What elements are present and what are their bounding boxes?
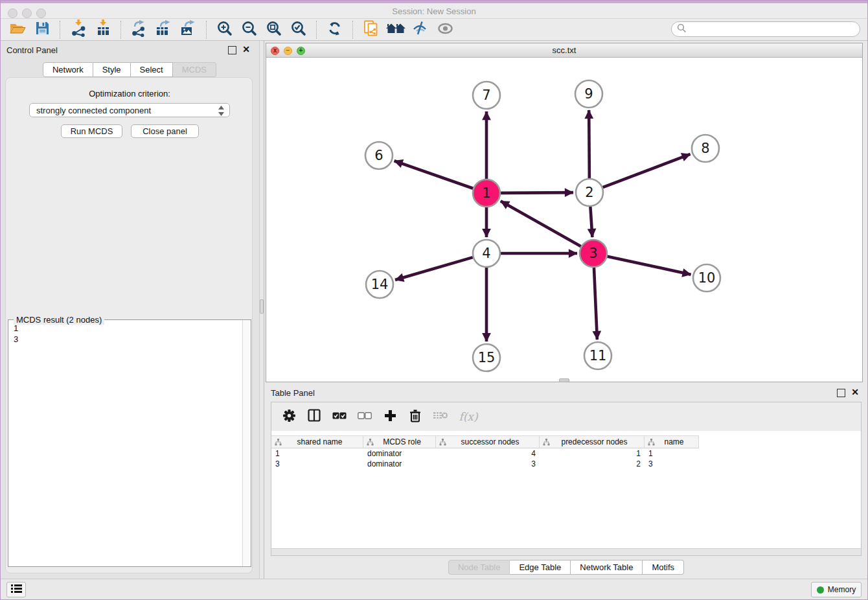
tab-edge-table[interactable]: Edge Table (510, 560, 571, 575)
trash-icon (409, 409, 422, 425)
table-cell[interactable]: 1 (540, 448, 645, 459)
edge-2-3[interactable] (590, 207, 592, 237)
export-table-button[interactable] (154, 20, 174, 40)
edge-4-14[interactable] (395, 257, 473, 280)
tab-network-table[interactable]: Network Table (571, 560, 643, 575)
table-cell[interactable]: 3 (645, 459, 699, 469)
zoom-in-button[interactable] (214, 20, 235, 40)
run-mcds-button[interactable]: Run MCDS (61, 124, 122, 138)
graph-node-label-15: 15 (478, 350, 496, 365)
save-session-button[interactable] (32, 20, 52, 40)
edge-3-11[interactable] (594, 268, 597, 340)
graph-node-label-8: 8 (701, 141, 709, 156)
network-canvas-svg[interactable]: 7968124314101511 (266, 58, 862, 382)
hide-panels-button[interactable] (410, 20, 431, 40)
table-panel-tabs: Node TableEdge TableNetwork TableMotifs (264, 560, 868, 575)
tab-select[interactable]: Select (131, 62, 173, 77)
zoom-selected-button[interactable] (288, 20, 309, 40)
toolbar-separator (352, 21, 354, 39)
table-horizontal-scrollbar[interactable] (271, 548, 861, 555)
table-row: 1dominator411 (271, 448, 861, 459)
tab-node-table[interactable]: Node Table (448, 560, 510, 575)
status-bar: Memory (0, 579, 868, 600)
column-header-name[interactable]: name (645, 435, 699, 448)
column-header-shared-name[interactable]: shared name (271, 435, 363, 448)
column-header-label: successor nodes (449, 437, 539, 446)
tab-mcds[interactable]: MCDS (173, 62, 216, 77)
export-image-icon (180, 20, 198, 40)
table-cell[interactable]: 1 (645, 448, 699, 459)
float-table-panel-icon[interactable] (837, 389, 845, 397)
tab-style[interactable]: Style (93, 62, 131, 77)
toolbar-separator (316, 21, 317, 39)
show-panels-button[interactable] (435, 20, 455, 40)
edge-2-9[interactable] (589, 110, 589, 178)
zoom-out-button[interactable] (239, 20, 260, 40)
edge-2-8[interactable] (603, 154, 691, 187)
settings-gear-button[interactable] (280, 408, 297, 425)
table-toolbar: f(x) (271, 402, 861, 431)
memory-button[interactable]: Memory (811, 582, 862, 597)
table-cell[interactable]: 3 (271, 459, 363, 469)
refresh-button[interactable] (325, 20, 345, 40)
optimization-criterion-select[interactable]: strongly connected component (29, 103, 230, 117)
zoom-fit-button[interactable] (264, 20, 284, 40)
column-header-predecessor-nodes[interactable]: predecessor nodes (540, 435, 645, 448)
deselect-all-button[interactable] (356, 408, 373, 425)
column-header-MCDS-role[interactable]: MCDS role (363, 435, 436, 448)
import-network-button[interactable] (68, 20, 89, 40)
export-image-button[interactable] (178, 20, 199, 40)
table-cell[interactable]: 1 (271, 448, 363, 459)
open-session-button[interactable] (7, 20, 28, 40)
delete-row-button[interactable] (407, 408, 424, 425)
node-table-rows: 1dominator4113dominator323 (271, 448, 861, 469)
graph-node-label-9: 9 (584, 86, 593, 102)
edge-3-10[interactable] (607, 257, 691, 275)
edge-1-6[interactable] (394, 161, 474, 188)
mcds-result-line: 3 (14, 334, 18, 345)
table-cell[interactable]: dominator (363, 448, 436, 459)
search-input[interactable] (687, 24, 860, 35)
delete-table-button[interactable] (432, 408, 449, 425)
search-field[interactable] (671, 21, 860, 37)
select-all-button[interactable] (331, 408, 348, 425)
selected-option-label: strongly connected component (36, 106, 151, 115)
mcds-result-scrollbar[interactable] (242, 320, 251, 566)
table-cell[interactable]: dominator (363, 459, 436, 469)
node-table-header: shared nameMCDS rolesuccessor nodesprede… (271, 435, 699, 448)
edge-1-2[interactable] (501, 192, 573, 193)
function-builder-button[interactable]: f(x) (457, 408, 479, 425)
table-cell[interactable]: 3 (436, 459, 540, 469)
mcds-result-line: 1 (14, 323, 18, 334)
edge-3-1[interactable] (501, 201, 581, 246)
window-title: Session: New Session (0, 6, 868, 16)
tab-motifs[interactable]: Motifs (643, 560, 684, 575)
import-table-button[interactable] (93, 20, 113, 40)
close-table-panel-icon[interactable]: ✕ (851, 387, 859, 397)
tab-network[interactable]: Network (43, 62, 93, 77)
zoom-fit-icon (266, 21, 282, 39)
graph-node-label-11: 11 (589, 348, 607, 363)
table-cell[interactable]: 4 (436, 448, 540, 459)
import-network-icon (71, 19, 87, 40)
table-cell[interactable]: 2 (540, 459, 645, 469)
add-row-button[interactable] (382, 408, 398, 425)
list-icon (11, 584, 22, 595)
splitter-grip[interactable] (260, 299, 264, 314)
window-resize-grip[interactable] (559, 378, 569, 382)
panel-splitter[interactable] (259, 41, 264, 579)
task-history-button[interactable] (6, 582, 26, 597)
export-network-button[interactable] (129, 20, 150, 40)
close-panel-icon[interactable]: ✕ (242, 45, 250, 54)
network-file-button[interactable] (361, 20, 382, 40)
close-panel-button[interactable]: Close panel (131, 124, 199, 138)
column-tree-icon (439, 439, 446, 446)
network-view-window: x − + scc.txt 7968124314101511 (266, 43, 863, 382)
float-panel-icon[interactable] (228, 46, 236, 54)
function-builder-icon: f(x) (459, 410, 477, 423)
graph-node-label-14: 14 (371, 277, 389, 292)
column-header-successor-nodes[interactable]: successor nodes (436, 435, 540, 448)
split-columns-button[interactable] (306, 408, 323, 425)
network-window-titlebar[interactable]: x − + scc.txt (266, 43, 862, 58)
session-home-button[interactable] (385, 20, 406, 40)
